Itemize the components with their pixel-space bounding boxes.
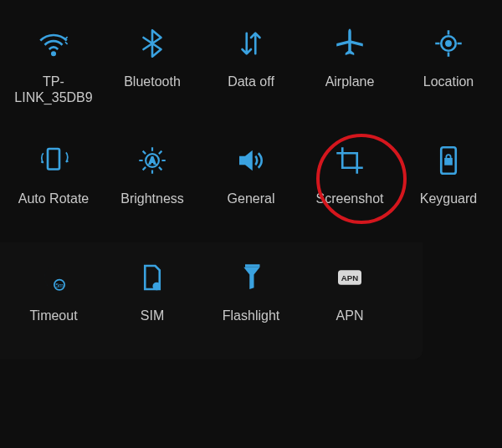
svg-point-0 (52, 53, 55, 56)
apn-tile[interactable]: APN APN (300, 242, 399, 359)
data-tile[interactable]: Data off (202, 8, 300, 125)
svg-rect-3 (48, 149, 59, 170)
sound-tile[interactable]: General (202, 125, 300, 242)
flashlight-tile[interactable]: Flashlight (202, 242, 300, 359)
wifi-icon (33, 23, 74, 64)
auto-rotate-label: Auto Rotate (18, 191, 90, 206)
quick-settings-panel: TP- LINK_35DB9 Bluetooth Data off (0, 0, 502, 448)
wifi-label: TP- LINK_35DB9 (14, 74, 92, 105)
screenshot-label: Screenshot (316, 191, 384, 206)
svg-text:!: ! (156, 283, 157, 289)
sim-tile[interactable]: ! SIM (103, 242, 202, 359)
bluetooth-tile[interactable]: Bluetooth (103, 8, 202, 125)
brightness-label: Brightness (120, 191, 184, 206)
timeout-moon-icon: 5m (33, 257, 74, 298)
svg-point-2 (446, 41, 450, 45)
airplane-icon (330, 23, 370, 64)
airplane-label: Airplane (325, 74, 375, 89)
data-label: Data off (228, 74, 274, 89)
screenshot-crop-icon (330, 140, 370, 181)
airplane-tile[interactable]: Airplane (300, 8, 399, 125)
svg-text:5m: 5m (55, 283, 64, 288)
timeout-tile[interactable]: 5m Timeout (4, 242, 103, 359)
quick-settings-grid: TP- LINK_35DB9 Bluetooth Data off (0, 0, 502, 368)
brightness-tile[interactable]: A Brightness (103, 125, 202, 242)
data-transfer-icon (231, 23, 271, 64)
auto-rotate-tile[interactable]: Auto Rotate (4, 125, 103, 242)
auto-rotate-icon (33, 140, 74, 181)
timeout-label: Timeout (29, 308, 77, 323)
sim-label: SIM (141, 308, 164, 323)
flashlight-label: Flashlight (223, 308, 279, 323)
brightness-icon: A (132, 140, 172, 181)
speaker-icon (231, 140, 271, 181)
svg-text:APN: APN (341, 273, 358, 283)
apn-label: APN (336, 308, 364, 323)
svg-rect-7 (446, 159, 452, 164)
svg-text:A: A (149, 155, 155, 165)
apn-badge-icon: APN (330, 257, 370, 298)
location-tile[interactable]: Location (399, 8, 498, 125)
keyguard-lock-phone-icon (428, 140, 469, 181)
flashlight-icon (231, 257, 271, 298)
keyguard-tile[interactable]: Keyguard (399, 125, 498, 242)
wifi-tile[interactable]: TP- LINK_35DB9 (4, 8, 103, 125)
keyguard-label: Keyguard (420, 191, 478, 206)
location-icon (428, 23, 469, 64)
bluetooth-icon (132, 23, 172, 64)
sim-card-icon: ! (132, 257, 172, 298)
screenshot-tile[interactable]: Screenshot (300, 125, 399, 242)
sound-label: General (228, 191, 275, 206)
bluetooth-label: Bluetooth (124, 74, 181, 89)
location-label: Location (423, 74, 474, 89)
